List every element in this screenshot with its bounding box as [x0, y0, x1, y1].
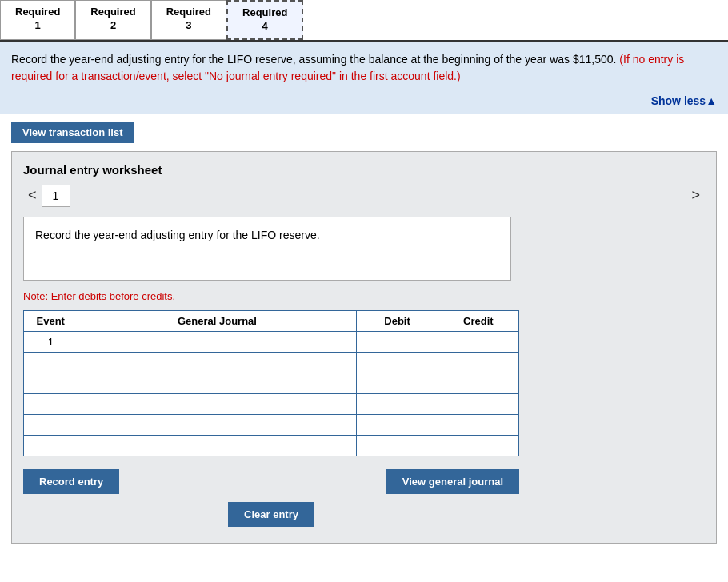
clear-entry-button[interactable]: Clear entry	[228, 502, 314, 527]
table-row	[24, 352, 519, 373]
credit-cell[interactable]	[438, 414, 518, 435]
worksheet-title: Journal entry worksheet	[23, 163, 705, 177]
debit-input[interactable]	[357, 436, 437, 456]
general-journal-input[interactable]	[78, 436, 357, 456]
event-cell	[24, 393, 78, 414]
table-row: 1	[24, 331, 519, 352]
general-journal-cell[interactable]	[78, 414, 357, 435]
tab-number-4: 4	[242, 20, 287, 34]
nav-current-page: 1	[42, 185, 70, 207]
credit-cell[interactable]	[438, 435, 518, 456]
event-cell	[24, 435, 78, 456]
credit-input[interactable]	[438, 332, 518, 352]
header-credit: Credit	[438, 310, 518, 331]
event-cell	[24, 352, 78, 373]
view-transaction-list-button[interactable]: View transaction list	[11, 122, 134, 143]
general-journal-cell[interactable]	[78, 352, 357, 373]
event-cell: 1	[24, 331, 78, 352]
debit-input[interactable]	[357, 415, 437, 435]
credit-cell[interactable]	[438, 352, 518, 373]
tab-required-label-4: Required	[242, 6, 287, 20]
tab-required-label-3: Required	[166, 6, 211, 19]
debit-cell[interactable]	[357, 393, 438, 414]
navigation-row: < 1 >	[23, 185, 705, 207]
header-event: Event	[24, 310, 78, 331]
credit-input[interactable]	[438, 436, 518, 456]
credit-input[interactable]	[438, 415, 518, 435]
tab-required-4[interactable]: Required 4	[226, 0, 303, 40]
credit-cell[interactable]	[438, 393, 518, 414]
debit-cell[interactable]	[357, 352, 438, 373]
tabs-container: Required 1 Required 2 Required 3 Require…	[0, 0, 728, 42]
nav-prev-button[interactable]: <	[23, 187, 42, 204]
table-row	[24, 435, 519, 456]
general-journal-input[interactable]	[78, 415, 357, 435]
buttons-area: Record entry View general journal Clear …	[23, 469, 519, 527]
primary-buttons-row: Record entry View general journal	[23, 469, 519, 494]
event-cell	[24, 414, 78, 435]
tab-required-2[interactable]: Required 2	[75, 0, 150, 40]
tab-number-2: 2	[90, 19, 135, 33]
tab-number-1: 1	[15, 19, 60, 33]
general-journal-input[interactable]	[78, 353, 357, 373]
debit-cell[interactable]	[357, 435, 438, 456]
entry-description: Record the year-end adjusting entry for …	[23, 217, 511, 281]
instructions-panel: Record the year-end adjusting entry for …	[0, 42, 728, 91]
tab-required-label-2: Required	[90, 6, 135, 19]
debit-input[interactable]	[357, 394, 437, 414]
tab-required-3[interactable]: Required 3	[151, 0, 226, 40]
debit-input[interactable]	[357, 353, 437, 373]
debit-cell[interactable]	[357, 414, 438, 435]
general-journal-cell[interactable]	[78, 393, 357, 414]
debit-cell[interactable]	[357, 331, 438, 352]
credit-cell[interactable]	[438, 331, 518, 352]
debit-cell[interactable]	[357, 373, 438, 393]
view-general-journal-button[interactable]: View general journal	[386, 469, 519, 494]
debit-input[interactable]	[357, 332, 437, 352]
table-row	[24, 414, 519, 435]
general-journal-cell[interactable]	[78, 435, 357, 456]
credit-input[interactable]	[438, 373, 518, 393]
table-row	[24, 393, 519, 414]
general-journal-input[interactable]	[78, 373, 357, 393]
worksheet-container: Journal entry worksheet < 1 > Record the…	[11, 151, 717, 544]
credit-input[interactable]	[438, 353, 518, 373]
tab-number-3: 3	[166, 19, 211, 33]
credit-input[interactable]	[438, 394, 518, 414]
tab-required-label-1: Required	[15, 6, 60, 19]
general-journal-input[interactable]	[78, 394, 357, 414]
show-less-button[interactable]: Show less▲	[0, 91, 728, 114]
header-general-journal: General Journal	[78, 310, 357, 331]
table-row	[24, 373, 519, 393]
debit-input[interactable]	[357, 373, 437, 393]
clear-row: Clear entry	[23, 502, 519, 527]
event-cell	[24, 373, 78, 393]
note-text: Note: Enter debits before credits.	[23, 290, 705, 302]
journal-table: Event General Journal Debit Credit 1	[23, 310, 519, 456]
nav-next-button[interactable]: >	[686, 187, 705, 204]
general-journal-input[interactable]	[78, 332, 357, 352]
record-entry-button[interactable]: Record entry	[23, 469, 119, 494]
header-debit: Debit	[357, 310, 438, 331]
general-journal-cell[interactable]	[78, 373, 357, 393]
general-journal-cell[interactable]	[78, 331, 357, 352]
instructions-main: Record the year-end adjusting entry for …	[11, 53, 616, 66]
tab-required-1[interactable]: Required 1	[0, 0, 75, 40]
credit-cell[interactable]	[438, 373, 518, 393]
